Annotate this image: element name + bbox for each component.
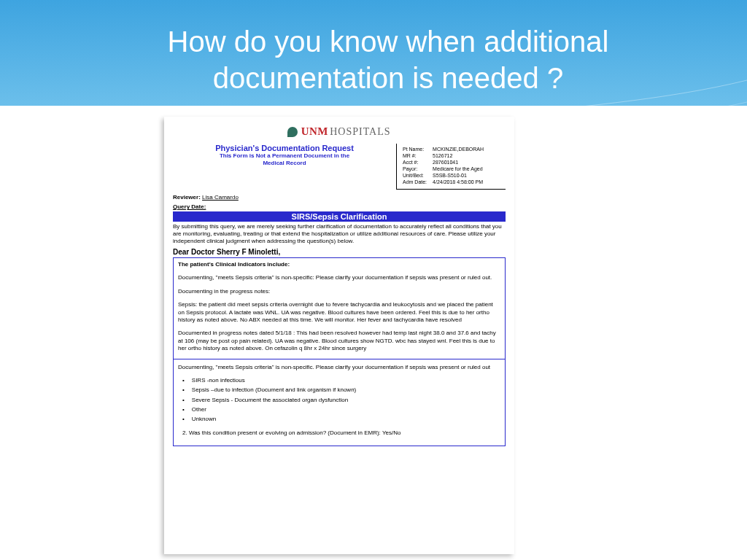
reviewer-name: Lisa Camardo (202, 194, 239, 201)
mr-value: 5126712 (433, 153, 484, 158)
option-unknown: Unknown (182, 416, 500, 423)
clinical-section-box: The patient's Clinical Indicators includ… (173, 257, 506, 446)
clinical-p3: Sepsis: the patient did meet sepsis crit… (178, 301, 500, 324)
acct-value: 287601041 (433, 160, 484, 165)
clarify-paragraph: Documenting, "meets Sepsis criteria" is … (178, 364, 500, 371)
section-title-bar: SIRS/Sepsis Clarification (173, 211, 506, 222)
option-sirs: SIRS -non infectious (182, 377, 500, 384)
slide-title: How do you know when additional document… (73, 23, 703, 96)
pt-name-label: Pt Name: (403, 147, 431, 152)
unitbed-label: Unit/Bed: (403, 173, 431, 178)
intro-paragraph: By submitting this query, we are merely … (173, 223, 506, 245)
acct-label: Acct #: (403, 160, 431, 165)
option-other: Other (182, 406, 500, 413)
options-list: SIRS -non infectious Sepsis –due to infe… (182, 377, 500, 424)
form-title-block: Physician's Documentation Request This F… (173, 144, 396, 166)
document-page: UNM HOSPITALS Physician's Documentation … (164, 117, 514, 554)
form-subtitle-1: This Form is Not a Permanent Document in… (173, 152, 396, 160)
clinical-p4: Documented in progress notes dated 5/1/1… (178, 330, 500, 352)
salutation: Dear Doctor Sherry F Minoletti, (173, 248, 506, 256)
patient-info-box: Pt Name:MCKINZIE,DEBORAH MR #:5126712 Ac… (396, 144, 506, 190)
query-date-label: Query Date: (173, 203, 506, 210)
mr-label: MR #: (403, 153, 431, 158)
clinical-p2: Documenting in the progress notes: (178, 288, 500, 295)
option-severe-sepsis: Severe Sepsis - Document the associated … (182, 397, 500, 404)
option-sepsis: Sepsis –due to infection (Document and l… (182, 386, 500, 394)
logo-text-hospitals: HOSPITALS (330, 126, 390, 137)
clinical-p1: Documenting, "meets Sepsis criteria" is … (178, 274, 500, 281)
pt-name-value: MCKINZIE,DEBORAH (433, 147, 484, 152)
payor-value: Medicare for the Aged (433, 166, 484, 171)
logo-icon (287, 127, 298, 137)
logo-text-unm: UNM (301, 125, 328, 137)
form-title: Physician's Documentation Request (173, 144, 396, 152)
unitbed-value: S5SB-S510-01 (433, 173, 484, 178)
form-subtitle-2: Medical Record (173, 160, 396, 167)
hospital-logo: UNM HOSPITALS (173, 125, 506, 138)
reviewer-label: Reviewer: (173, 194, 201, 201)
clinical-indicators-heading: The patient's Clinical Indicators includ… (178, 261, 500, 268)
admdate-value: 4/24/2018 4:58:00 PM (433, 179, 484, 184)
payor-label: Payor: (403, 166, 431, 171)
question-2: 2. Was this condition present or evolvin… (182, 429, 500, 437)
section-divider (174, 359, 505, 359)
reviewer-line: Reviewer: Lisa Camardo (173, 194, 506, 201)
admdate-label: Adm Date: (403, 179, 431, 184)
